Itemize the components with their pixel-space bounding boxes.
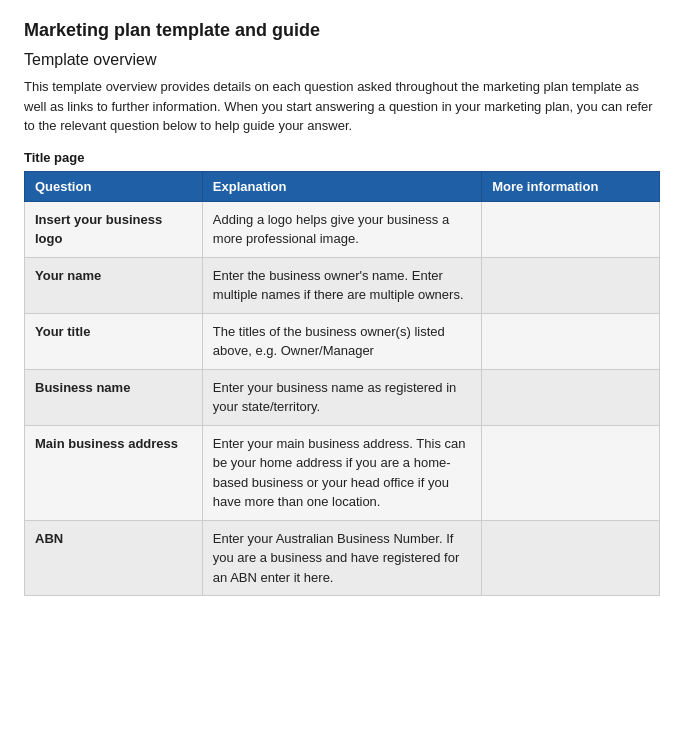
table-row: Your nameEnter the business owner's name…	[25, 257, 660, 313]
table-cell-more-info	[482, 425, 660, 520]
table-cell-more-info	[482, 520, 660, 596]
description-text: This template overview provides details …	[24, 77, 660, 136]
table-cell-more-info	[482, 201, 660, 257]
table-cell-question: Insert your business logo	[25, 201, 203, 257]
col-header-question: Question	[25, 171, 203, 201]
table-row: Insert your business logoAdding a logo h…	[25, 201, 660, 257]
section-title: Template overview	[24, 51, 660, 69]
table-cell-explanation: Enter the business owner's name. Enter m…	[202, 257, 481, 313]
table-cell-question: Main business address	[25, 425, 203, 520]
col-header-more-info: More information	[482, 171, 660, 201]
table-row: Your titleThe titles of the business own…	[25, 313, 660, 369]
table-cell-explanation: Adding a logo helps give your business a…	[202, 201, 481, 257]
col-header-explanation: Explanation	[202, 171, 481, 201]
table-cell-more-info	[482, 313, 660, 369]
table-cell-more-info	[482, 369, 660, 425]
table-row: Business nameEnter your business name as…	[25, 369, 660, 425]
table-cell-question: ABN	[25, 520, 203, 596]
table-cell-explanation: The titles of the business owner(s) list…	[202, 313, 481, 369]
table-cell-question: Business name	[25, 369, 203, 425]
table-cell-explanation: Enter your main business address. This c…	[202, 425, 481, 520]
table-row: ABNEnter your Australian Business Number…	[25, 520, 660, 596]
table-cell-question: Your title	[25, 313, 203, 369]
template-table: Question Explanation More information In…	[24, 171, 660, 597]
page-title: Marketing plan template and guide	[24, 20, 660, 41]
table-cell-question: Your name	[25, 257, 203, 313]
table-cell-explanation: Enter your Australian Business Number. I…	[202, 520, 481, 596]
subsection-title: Title page	[24, 150, 660, 165]
table-row: Main business addressEnter your main bus…	[25, 425, 660, 520]
table-cell-more-info	[482, 257, 660, 313]
table-cell-explanation: Enter your business name as registered i…	[202, 369, 481, 425]
